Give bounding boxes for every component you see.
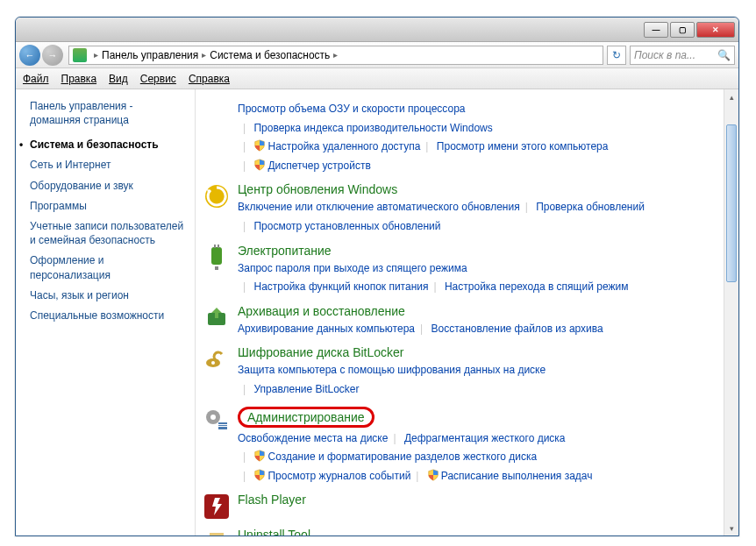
svg-point-8 bbox=[210, 415, 216, 420]
search-icon: 🔍 bbox=[717, 49, 731, 61]
task-link[interactable]: Освобождение места на диске bbox=[238, 432, 388, 444]
category-links: Включение или отключение автоматического… bbox=[238, 198, 728, 236]
back-button[interactable]: ← bbox=[19, 45, 40, 66]
control-panel-icon bbox=[73, 48, 87, 62]
refresh-button[interactable]: ↻ bbox=[607, 46, 626, 65]
breadcrumb[interactable]: ▸ Панель управления ▸ Система и безопасн… bbox=[68, 46, 603, 65]
category-links: Просмотр объема ОЗУ и скорости процессор… bbox=[238, 100, 728, 175]
uninstall-icon bbox=[203, 528, 231, 535]
svg-rect-1 bbox=[211, 247, 222, 265]
category-title[interactable]: Центр обновления Windows bbox=[238, 182, 397, 196]
svg-rect-2 bbox=[214, 245, 216, 248]
menu-edit[interactable]: Правка bbox=[61, 73, 97, 85]
sidebar-item[interactable]: Система и безопасность bbox=[30, 138, 186, 152]
task-link[interactable]: Настройка перехода в спящий режим bbox=[445, 280, 628, 293]
svg-rect-11 bbox=[218, 426, 227, 427]
category-section: АдминистрированиеОсвобождение места на д… bbox=[203, 407, 728, 486]
menu-view[interactable]: Вид bbox=[109, 73, 128, 85]
menubar: Файл Правка Вид Сервис Справка bbox=[16, 68, 738, 89]
content-pane: Просмотр объема ОЗУ и скорости процессор… bbox=[196, 89, 738, 535]
category-section: ЭлектропитаниеЗапрос пароля при выходе и… bbox=[203, 244, 728, 297]
category-links: Освобождение места на диске| Дефрагмента… bbox=[238, 429, 728, 486]
sidebar-item[interactable]: Программы bbox=[30, 199, 186, 213]
search-input[interactable]: Поиск в па... 🔍 bbox=[630, 46, 735, 65]
task-link[interactable]: Управление BitLocker bbox=[253, 383, 359, 395]
scroll-up-button[interactable]: ▴ bbox=[724, 89, 738, 104]
maximize-button[interactable]: ▢ bbox=[670, 22, 695, 38]
category-title[interactable]: Uninstall Tool bbox=[238, 528, 310, 535]
task-link[interactable]: Проверка обновлений bbox=[536, 201, 645, 213]
task-link[interactable]: Просмотр установленных обновлений bbox=[253, 220, 440, 232]
svg-rect-3 bbox=[218, 245, 219, 248]
bitlocker-icon bbox=[203, 345, 231, 373]
sidebar-item[interactable]: Сеть и Интернет bbox=[30, 158, 186, 172]
task-link[interactable]: Настройка удаленного доступа bbox=[267, 140, 420, 152]
category-title[interactable]: Шифрование диска BitLocker bbox=[238, 345, 404, 359]
category-section: Шифрование диска BitLockerЗащита компьют… bbox=[203, 345, 728, 399]
task-link[interactable]: Проверка индекса производительности Wind… bbox=[253, 122, 492, 134]
sidebar-item[interactable]: Специальные возможности bbox=[30, 308, 186, 323]
task-link[interactable]: Включение или отключение автоматического… bbox=[238, 201, 520, 213]
task-link[interactable]: Защита компьютера с помощью шифрования д… bbox=[238, 364, 546, 376]
task-link[interactable]: Просмотр журналов событий bbox=[267, 470, 410, 482]
category-section: Архивация и восстановлениеАрхивирование … bbox=[203, 304, 728, 339]
scrollbar[interactable]: ▴ ▾ bbox=[724, 89, 738, 535]
menu-tools[interactable]: Сервис bbox=[140, 73, 176, 85]
category-section: Просмотр объема ОЗУ и скорости процессор… bbox=[203, 98, 728, 175]
power-icon bbox=[203, 244, 231, 272]
sidebar-item[interactable]: Оборудование и звук bbox=[30, 179, 186, 193]
task-link[interactable]: Дефрагментация жесткого диска bbox=[404, 432, 566, 444]
menu-help[interactable]: Справка bbox=[189, 73, 230, 85]
blank-icon bbox=[203, 98, 231, 126]
wu-icon bbox=[203, 182, 231, 210]
navbar: ← → ▸ Панель управления ▸ Система и безо… bbox=[16, 42, 738, 68]
close-button[interactable]: ✕ bbox=[696, 22, 735, 38]
sidebar: Панель управления - домашняя страница Си… bbox=[16, 89, 196, 535]
svg-rect-10 bbox=[218, 424, 227, 425]
task-link[interactable]: Настройка функций кнопок питания bbox=[253, 280, 428, 293]
task-link[interactable]: Архивирование данных компьютера bbox=[238, 323, 415, 335]
category-links: Архивирование данных компьютера| Восстан… bbox=[238, 320, 728, 339]
uac-shield-icon bbox=[253, 159, 266, 171]
category-title[interactable]: Архивация и восстановление bbox=[238, 304, 405, 318]
flash-icon bbox=[203, 493, 231, 521]
sidebar-item[interactable]: Учетные записи пользователей и семейная … bbox=[30, 219, 186, 247]
sidebar-item[interactable]: Часы, язык и регион bbox=[30, 288, 186, 302]
titlebar: — ▢ ✕ bbox=[16, 18, 738, 42]
scroll-down-button[interactable]: ▾ bbox=[724, 521, 738, 535]
breadcrumb-item[interactable]: Система и безопасность bbox=[210, 49, 330, 61]
backup-icon bbox=[203, 304, 231, 332]
uac-shield-icon bbox=[427, 469, 439, 481]
sidebar-home[interactable]: Панель управления - домашняя страница bbox=[30, 100, 186, 127]
task-link[interactable]: Запрос пароля при выходе из спящего режи… bbox=[238, 262, 467, 274]
category-section: Центр обновления WindowsВключение или от… bbox=[203, 182, 728, 236]
category-links: Запрос пароля при выходе из спящего режи… bbox=[238, 259, 728, 297]
task-link[interactable]: Расписание выполнения задач bbox=[441, 470, 593, 482]
category-title[interactable]: Администрирование bbox=[238, 407, 374, 428]
task-link[interactable]: Диспетчер устройств bbox=[267, 160, 370, 172]
category-links: Защита компьютера с помощью шифрования д… bbox=[238, 361, 728, 399]
control-panel-window: — ▢ ✕ ← → ▸ Панель управления ▸ Система … bbox=[15, 17, 739, 536]
category-title[interactable]: Электропитание bbox=[238, 244, 332, 258]
category-title[interactable]: Flash Player bbox=[238, 493, 306, 507]
uac-shield-icon bbox=[253, 469, 266, 481]
uac-shield-icon bbox=[253, 450, 266, 462]
uac-shield-icon bbox=[253, 139, 266, 152]
category-section: Flash Player bbox=[203, 493, 728, 521]
svg-rect-14 bbox=[210, 533, 224, 535]
task-link[interactable]: Восстановление файлов из архива bbox=[431, 323, 603, 335]
category-section: Uninstall Tool bbox=[203, 528, 728, 535]
menu-file[interactable]: Файл bbox=[23, 73, 49, 85]
task-link[interactable]: Просмотр объема ОЗУ и скорости процессор… bbox=[238, 103, 466, 115]
minimize-button[interactable]: — bbox=[644, 22, 668, 38]
sidebar-item[interactable]: Оформление и персонализация bbox=[30, 253, 186, 281]
forward-button[interactable]: → bbox=[42, 45, 63, 66]
breadcrumb-item[interactable]: Панель управления bbox=[102, 49, 198, 61]
task-link[interactable]: Создание и форматирование разделов жестк… bbox=[267, 450, 537, 463]
scroll-thumb[interactable] bbox=[726, 124, 737, 282]
admin-icon bbox=[203, 407, 231, 435]
task-link[interactable]: Просмотр имени этого компьютера bbox=[437, 140, 609, 152]
svg-point-6 bbox=[211, 361, 215, 365]
